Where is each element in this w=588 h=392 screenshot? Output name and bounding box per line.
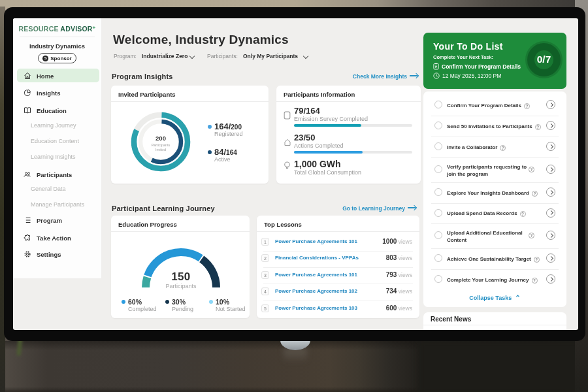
svg-text:Participants: Participants [152, 143, 171, 147]
svg-text:Invited: Invited [155, 148, 166, 152]
svg-text:200: 200 [155, 135, 166, 142]
